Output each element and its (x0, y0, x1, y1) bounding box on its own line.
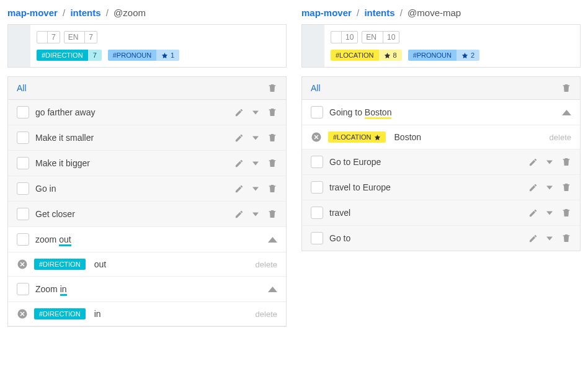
delete-link[interactable]: delete (550, 133, 571, 142)
edit-icon[interactable] (528, 234, 538, 243)
caret-down-icon[interactable] (252, 210, 259, 219)
row-checkbox[interactable] (311, 232, 323, 244)
breadcrumb-sep: / (104, 7, 111, 18)
phrase-row: travel to Europe (302, 175, 580, 200)
phrase-text[interactable]: go farther away (35, 107, 228, 117)
row-checkbox[interactable] (311, 207, 323, 219)
trash-icon[interactable] (561, 182, 571, 192)
trash-icon[interactable] (267, 83, 277, 93)
collapse-icon[interactable] (562, 108, 571, 117)
phrase-highlight: out (59, 234, 71, 246)
row-checkbox[interactable] (17, 132, 29, 144)
phrase-text[interactable]: travel (329, 208, 522, 218)
trash-icon[interactable] (267, 184, 277, 194)
phrase-row: Make it smaller (8, 125, 286, 151)
annotation-tag[interactable]: #LOCATION (328, 132, 386, 143)
chat-count-chip[interactable]: 7 (37, 31, 60, 43)
trash-icon[interactable] (561, 208, 571, 218)
tag-count: 1 (156, 50, 179, 61)
tag-pronoun[interactable]: #PRONOUN 1 (108, 50, 179, 61)
edit-icon[interactable] (528, 208, 538, 218)
trash-icon[interactable] (267, 158, 277, 168)
breadcrumb-intents[interactable]: intents (70, 7, 100, 18)
tag-count: 8 (379, 50, 402, 61)
edit-icon[interactable] (234, 133, 244, 143)
annotation-row: #DIRECTION out delete (8, 252, 286, 277)
phrase-text[interactable]: Go to (329, 233, 522, 243)
row-checkbox[interactable] (311, 156, 323, 168)
tag-location[interactable]: #LOCATION 8 (331, 50, 402, 61)
trash-icon[interactable] (561, 157, 571, 167)
delete-link[interactable]: delete (256, 260, 277, 269)
phrase-text[interactable]: Go to Europe (329, 157, 522, 167)
annotation-value: out (94, 259, 249, 269)
caret-down-icon[interactable] (252, 108, 259, 117)
annotation-tag[interactable]: #DIRECTION (34, 259, 86, 270)
annotation-value: Boston (394, 132, 543, 142)
all-filter[interactable]: All (17, 83, 27, 93)
remove-annotation-icon[interactable] (311, 132, 322, 143)
caret-down-icon[interactable] (546, 183, 553, 192)
trash-icon[interactable] (561, 83, 571, 93)
lang-chip[interactable]: EN 10 (362, 31, 399, 43)
caret-down-icon[interactable] (546, 158, 553, 167)
edit-icon[interactable] (234, 108, 244, 117)
trash-icon[interactable] (561, 233, 571, 243)
phrase-row: Go in (8, 176, 286, 202)
phrase-text[interactable]: travel to Europe (329, 182, 522, 192)
delete-link[interactable]: delete (256, 310, 277, 319)
collapse-icon[interactable] (268, 285, 277, 294)
edit-icon[interactable] (234, 159, 244, 168)
edit-icon[interactable] (528, 158, 538, 167)
phrase-text[interactable]: Get closer (35, 209, 228, 219)
chat-icon (37, 33, 45, 41)
caret-down-icon[interactable] (546, 234, 553, 243)
caret-down-icon[interactable] (252, 159, 259, 168)
breadcrumb-intents[interactable]: intents (364, 7, 394, 18)
phrase-text[interactable]: zoom out (35, 234, 262, 244)
row-checkbox[interactable] (17, 208, 29, 220)
move-map-intent-panel: map-mover / intents / @move-map 10 EN 10 (301, 7, 581, 327)
phrase-row: Go to Europe (302, 149, 580, 175)
trash-icon[interactable] (267, 107, 277, 117)
row-checkbox[interactable] (17, 106, 29, 118)
breadcrumb-root[interactable]: map-mover (7, 7, 58, 18)
collapse-icon[interactable] (268, 235, 277, 244)
row-checkbox[interactable] (311, 181, 323, 194)
all-row: All (302, 77, 580, 100)
edit-icon[interactable] (234, 184, 244, 194)
chat-count-chip[interactable]: 10 (331, 31, 358, 43)
trash-icon[interactable] (267, 209, 277, 219)
all-filter[interactable]: All (311, 83, 321, 93)
caret-down-icon[interactable] (252, 133, 259, 143)
phrase-text[interactable]: Going to Boston (329, 107, 556, 117)
row-checkbox[interactable] (17, 157, 29, 169)
trash-icon[interactable] (267, 133, 277, 143)
lang-chip[interactable]: EN 7 (64, 31, 97, 43)
annotation-tag[interactable]: #DIRECTION (34, 308, 86, 319)
annotation-row: #LOCATION Boston delete (302, 125, 580, 149)
tag-pronoun[interactable]: #PRONOUN 2 (408, 50, 479, 61)
tag-name: #PRONOUN (408, 50, 457, 61)
phrase-row: Get closer (8, 202, 286, 227)
edit-icon[interactable] (528, 183, 538, 192)
row-checkbox[interactable] (17, 182, 29, 195)
row-checkbox[interactable] (17, 283, 29, 295)
edit-icon[interactable] (234, 210, 244, 219)
phrase-text[interactable]: Go in (35, 184, 228, 194)
phrase-text[interactable]: Make it bigger (35, 158, 228, 168)
phrase-row: Go to (302, 226, 580, 251)
phrase-prefix: zoom (35, 234, 59, 244)
star-icon (461, 52, 468, 59)
remove-annotation-icon[interactable] (17, 308, 28, 319)
caret-down-icon[interactable] (252, 184, 259, 194)
row-checkbox[interactable] (311, 106, 323, 118)
remove-annotation-icon[interactable] (17, 259, 28, 270)
phrase-highlight: in (60, 284, 67, 296)
caret-down-icon[interactable] (546, 208, 553, 218)
breadcrumb-root[interactable]: map-mover (301, 7, 352, 18)
phrase-text[interactable]: Zoom in (35, 284, 262, 294)
phrase-text[interactable]: Make it smaller (35, 133, 228, 143)
tag-direction[interactable]: #DIRECTION 7 (37, 50, 102, 61)
row-checkbox[interactable] (17, 233, 29, 246)
